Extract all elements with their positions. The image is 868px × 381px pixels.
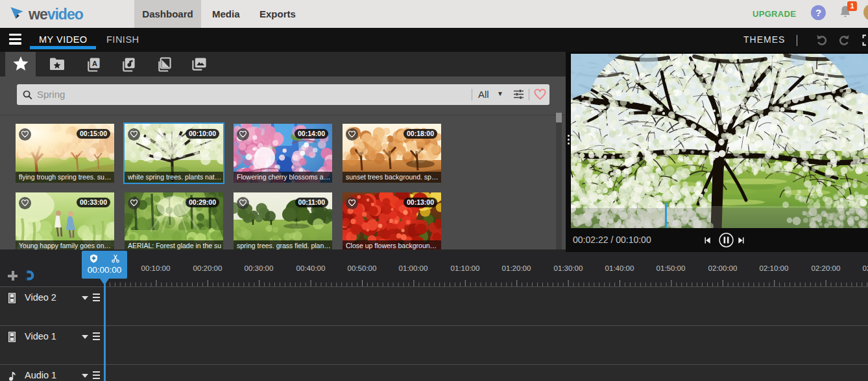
- svg-text:A: A: [92, 60, 97, 67]
